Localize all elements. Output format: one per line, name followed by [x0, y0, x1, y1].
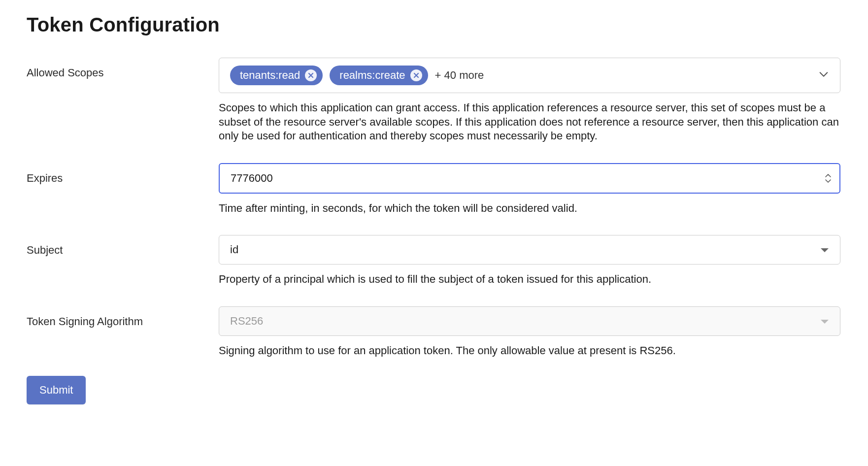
caret-down-icon — [820, 243, 829, 256]
row-expires: Expires Time after minting, in seconds, … — [27, 163, 840, 227]
scope-chip[interactable]: realms:create — [330, 66, 428, 85]
row-token-signing-algorithm: Token Signing Algorithm RS256 Signing al… — [27, 306, 840, 361]
allowed-scopes-help: Scopes to which this application can gra… — [219, 101, 840, 143]
row-subject: Subject id Property of a principal which… — [27, 235, 840, 298]
page-title: Token Configuration — [27, 14, 840, 36]
chevron-down-icon — [818, 69, 829, 82]
more-count-label: + 40 more — [435, 69, 484, 82]
remove-chip-icon[interactable] — [305, 69, 317, 81]
subject-help: Property of a principal which is used to… — [219, 272, 840, 287]
subject-select[interactable]: id — [219, 235, 840, 265]
step-up-icon[interactable] — [825, 173, 832, 178]
expires-input[interactable] — [219, 163, 840, 194]
allowed-scopes-multiselect[interactable]: tenants:read realms:create + 40 more — [219, 58, 840, 93]
row-allowed-scopes: Allowed Scopes tenants:read realms:creat… — [27, 58, 840, 154]
token-signing-algorithm-select: RS256 — [219, 306, 840, 336]
submit-button[interactable]: Submit — [27, 376, 86, 404]
token-signing-algorithm-label: Token Signing Algorithm — [27, 306, 219, 328]
token-signing-algorithm-value: RS256 — [230, 315, 263, 327]
expires-label: Expires — [27, 163, 219, 185]
number-stepper[interactable] — [825, 173, 832, 183]
token-signing-algorithm-help: Signing algorithm to use for an applicat… — [219, 344, 840, 358]
step-down-icon[interactable] — [825, 178, 832, 183]
allowed-scopes-label: Allowed Scopes — [27, 58, 219, 79]
subject-label: Subject — [27, 235, 219, 257]
subject-select-value: id — [230, 243, 238, 256]
scope-chip-label: realms:create — [339, 70, 405, 81]
expires-help: Time after minting, in seconds, for whic… — [219, 201, 840, 216]
remove-chip-icon[interactable] — [410, 69, 422, 81]
caret-down-icon — [820, 315, 829, 328]
scope-chip[interactable]: tenants:read — [230, 66, 323, 85]
scope-chip-label: tenants:read — [240, 70, 300, 81]
